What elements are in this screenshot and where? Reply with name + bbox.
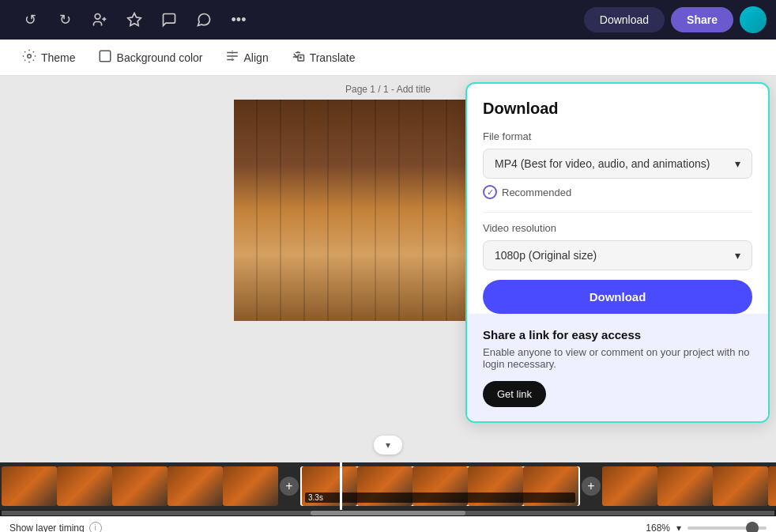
main-area: Page 1 / 1 - Add title xyxy=(0,76,776,462)
timeline-clip[interactable] xyxy=(223,466,278,506)
undo-button[interactable]: ↺ xyxy=(16,6,44,34)
timeline-clip[interactable] xyxy=(602,466,657,506)
translate-button[interactable]: Translate xyxy=(281,44,365,71)
timeline-clip[interactable] xyxy=(168,466,223,506)
chat-button[interactable] xyxy=(190,6,218,34)
svg-rect-16 xyxy=(258,114,269,139)
bg-color-icon xyxy=(98,49,112,66)
svg-rect-41 xyxy=(422,143,433,167)
svg-rect-39 xyxy=(392,143,405,167)
info-icon[interactable]: i xyxy=(89,522,102,533)
recommended-label: Recommended xyxy=(502,187,571,198)
theme-label: Theme xyxy=(41,51,76,64)
expand-arrow[interactable]: ▾ xyxy=(374,436,402,455)
redo-button[interactable]: ↻ xyxy=(51,6,79,34)
svg-rect-21 xyxy=(332,111,346,139)
svg-rect-20 xyxy=(318,114,330,139)
add-clip-button-1[interactable]: + xyxy=(280,477,299,496)
svg-rect-17 xyxy=(270,111,286,139)
theme-button[interactable]: Theme xyxy=(13,44,85,71)
page-label: Page 1 / 1 - Add title xyxy=(345,84,431,95)
bg-color-button[interactable]: Background color xyxy=(89,44,213,71)
comment-button[interactable] xyxy=(155,6,183,34)
svg-rect-19 xyxy=(299,111,316,139)
chevron-down-icon-2: ▾ xyxy=(735,249,740,262)
share-title: Share a link for easy access xyxy=(483,328,752,341)
timeline-inner: + 3.3s + 3.2s xyxy=(0,462,776,510)
timeline-scrubber[interactable] xyxy=(340,462,342,510)
svg-rect-38 xyxy=(299,143,316,167)
recommended-badge: ✓ Recommended xyxy=(483,185,752,199)
add-user-button[interactable] xyxy=(85,6,114,34)
zoom-handle[interactable] xyxy=(746,522,759,533)
svg-point-52 xyxy=(311,196,346,240)
video-resolution-label: Video resolution xyxy=(483,222,752,234)
magic-button[interactable] xyxy=(120,6,149,34)
svg-point-51 xyxy=(408,257,425,262)
horizontal-scrollbar[interactable] xyxy=(0,510,776,516)
top-toolbar: ↺ ↻ ••• Download Share xyxy=(0,0,776,40)
zoom-section: 168% ▾ xyxy=(646,523,767,533)
bottom-bar: Show layer timing i 168% ▾ xyxy=(0,516,776,532)
align-icon xyxy=(225,49,239,66)
align-label: Align xyxy=(244,51,269,64)
file-format-value: MP4 (Best for video, audio, and animatio… xyxy=(495,157,710,170)
zoom-slider[interactable] xyxy=(687,526,767,530)
download-main-button[interactable]: Download xyxy=(483,280,752,314)
svg-rect-5 xyxy=(100,51,111,62)
svg-rect-35 xyxy=(258,145,269,167)
clip-group-1 xyxy=(2,466,278,506)
avatar[interactable] xyxy=(740,6,767,33)
secondary-toolbar: Theme Background color Align Translate xyxy=(0,40,776,76)
selected-clip-group[interactable]: 3.3s xyxy=(300,466,580,506)
timeline-clip[interactable] xyxy=(657,466,713,506)
svg-rect-15 xyxy=(242,111,256,139)
more-button[interactable]: ••• xyxy=(224,6,253,34)
share-desc: Enable anyone to view or comment on your… xyxy=(483,346,752,370)
timeline-clip[interactable] xyxy=(2,466,57,506)
clip-group-2: 3.2s xyxy=(602,466,776,506)
check-icon: ✓ xyxy=(483,185,497,199)
theme-icon xyxy=(22,49,36,66)
timeline-clip[interactable] xyxy=(768,466,776,506)
timeline-clip[interactable] xyxy=(713,466,768,506)
timeline-clip[interactable] xyxy=(57,466,112,506)
svg-rect-34 xyxy=(242,143,256,167)
share-section: Share a link for easy access Enable anyo… xyxy=(467,314,768,421)
svg-point-53 xyxy=(311,191,346,222)
divider xyxy=(483,212,752,213)
svg-marker-3 xyxy=(128,13,141,26)
svg-rect-25 xyxy=(392,114,409,139)
svg-rect-28 xyxy=(439,111,455,139)
video-resolution-select[interactable]: 1080p (Original size) ▾ xyxy=(483,240,752,270)
svg-rect-36 xyxy=(270,143,286,167)
zoom-level: 168% xyxy=(646,523,670,533)
svg-point-55 xyxy=(376,196,408,224)
scrollbar-track[interactable] xyxy=(2,511,774,515)
add-clip-button-2[interactable]: + xyxy=(582,477,601,496)
svg-rect-26 xyxy=(411,111,422,139)
align-button[interactable]: Align xyxy=(216,44,278,71)
get-link-button[interactable]: Get link xyxy=(483,381,546,407)
download-panel: Download File format MP4 (Best for video… xyxy=(465,82,770,423)
download-button-top[interactable]: Download xyxy=(584,7,665,32)
svg-rect-40 xyxy=(406,145,420,167)
svg-point-48 xyxy=(345,261,431,274)
timeline-clip[interactable] xyxy=(112,466,168,506)
show-layer-label: Show layer timing xyxy=(9,523,85,533)
svg-rect-24 xyxy=(378,111,390,139)
file-format-select[interactable]: MP4 (Best for video, audio, and animatio… xyxy=(483,149,752,179)
zoom-dropdown-icon[interactable]: ▾ xyxy=(676,523,681,533)
timeline: + 3.3s + 3.2s xyxy=(0,462,776,510)
share-button[interactable]: Share xyxy=(671,7,733,32)
scrollbar-thumb[interactable] xyxy=(311,511,465,515)
chevron-down-icon: ▾ xyxy=(735,157,740,170)
svg-rect-23 xyxy=(360,111,376,139)
top-toolbar-left: ↺ ↻ ••• xyxy=(16,6,253,34)
svg-rect-27 xyxy=(424,114,438,139)
translate-label: Translate xyxy=(310,51,356,64)
svg-rect-37 xyxy=(288,145,297,167)
video-resolution-value: 1080p (Original size) xyxy=(495,249,597,262)
svg-rect-22 xyxy=(348,114,359,139)
clip-duration-1: 3.3s xyxy=(305,492,575,503)
